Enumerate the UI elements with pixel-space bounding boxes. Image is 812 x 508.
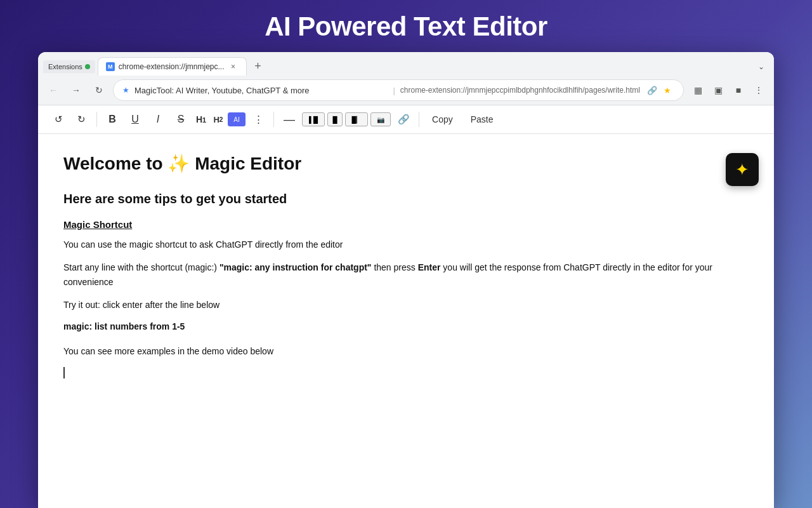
page-title: AI Powered Text Editor bbox=[0, 11, 812, 42]
toolbar-separator-2 bbox=[273, 112, 274, 127]
tab-favicon: M bbox=[106, 62, 115, 71]
magic-command: magic: list numbers from 1-5 bbox=[63, 321, 749, 331]
profile-icon[interactable]: ■ bbox=[730, 81, 747, 99]
italic-button[interactable]: I bbox=[148, 109, 168, 130]
back-button[interactable]: ← bbox=[44, 81, 62, 99]
para-2-enter: Enter bbox=[418, 262, 441, 272]
browser-window: Extensions M chrome-extension://jmnmjepc… bbox=[38, 52, 774, 508]
redo-button[interactable]: ↻ bbox=[71, 109, 91, 130]
menu-icon[interactable]: ⋮ bbox=[750, 81, 768, 99]
share-icon[interactable]: 🔗 bbox=[645, 83, 659, 97]
center-block-icon[interactable]: █ bbox=[327, 112, 343, 126]
para-1: You can use the magic shortcut to ask Ch… bbox=[63, 237, 749, 251]
address-main-text: MagicTool: AI Writer, Youtube, ChatGPT &… bbox=[134, 86, 388, 95]
underline-button[interactable]: U bbox=[125, 109, 145, 130]
address-path-text: chrome-extension://jmnmjepccpimlbdphgnhf… bbox=[400, 86, 640, 95]
toolbar-separator-3 bbox=[419, 112, 419, 127]
editor-toolbar: ↺ ↻ B U I S H1 H2 AI ⋮ — ▌█ █ █▏ 📷 🔗 Cop… bbox=[38, 105, 774, 134]
lock-icon: ★ bbox=[122, 86, 129, 95]
para-2-suffix: then press bbox=[372, 262, 418, 272]
h2-button[interactable]: H2 bbox=[211, 109, 225, 130]
extensions-tab: Extensions bbox=[43, 60, 95, 73]
browser-tab-active[interactable]: M chrome-extension://jmnmjepc... × bbox=[98, 57, 247, 76]
ai-icon-box[interactable]: AI bbox=[228, 112, 246, 126]
address-actions: 🔗 ★ bbox=[645, 83, 674, 97]
reload-button[interactable]: ↻ bbox=[90, 81, 108, 99]
extensions-icon[interactable]: ▦ bbox=[689, 81, 707, 99]
para-2-bold: "magic: any instruction for chatgpt" bbox=[219, 262, 372, 272]
bookmark-icon[interactable]: ★ bbox=[660, 83, 674, 97]
magic-fab-icon: ✦ bbox=[735, 160, 749, 180]
tab-dropdown-button[interactable]: ⌄ bbox=[754, 59, 769, 74]
para-4: You can see more examples in the demo vi… bbox=[63, 344, 749, 358]
magic-fab-button[interactable]: ✦ bbox=[726, 153, 759, 186]
address-bar[interactable]: ★ MagicTool: AI Writer, Youtube, ChatGPT… bbox=[113, 79, 684, 101]
editor-title: Welcome to ✨ Magic Editor bbox=[63, 153, 749, 174]
section-title: Magic Shortcut bbox=[63, 219, 749, 230]
para-2: Start any line with the shortcut (magic:… bbox=[63, 260, 749, 289]
extensions-dot bbox=[85, 64, 90, 69]
cursor-line bbox=[63, 367, 749, 378]
paste-button[interactable]: Paste bbox=[463, 112, 501, 127]
forward-button[interactable]: → bbox=[67, 81, 85, 99]
undo-button[interactable]: ↺ bbox=[48, 109, 69, 130]
left-block-icon[interactable]: ▌█ bbox=[302, 112, 325, 126]
bold-button[interactable]: B bbox=[102, 109, 122, 130]
cursor-blink bbox=[63, 367, 65, 378]
cast-icon[interactable]: ▣ bbox=[709, 81, 727, 99]
more-button[interactable]: ⋮ bbox=[248, 109, 268, 130]
copy-button[interactable]: Copy bbox=[424, 112, 461, 127]
tab-title: chrome-extension://jmnmjepc... bbox=[119, 62, 225, 71]
para-3: Try it out: click enter after the line b… bbox=[63, 298, 749, 312]
dash-button[interactable]: — bbox=[279, 109, 299, 130]
address-separator: | bbox=[393, 86, 395, 95]
browser-controls: ← → ↻ ★ MagicTool: AI Writer, Youtube, C… bbox=[38, 76, 774, 105]
strikethrough-button[interactable]: S bbox=[171, 109, 191, 130]
right-block-icon[interactable]: █▏ bbox=[345, 112, 368, 126]
link-button[interactable]: 🔗 bbox=[393, 109, 414, 130]
browser-chrome: Extensions M chrome-extension://jmnmjepc… bbox=[38, 52, 774, 105]
browser-tabs: Extensions M chrome-extension://jmnmjepc… bbox=[38, 52, 774, 76]
para-2-prefix: Start any line with the shortcut (magic:… bbox=[63, 262, 219, 272]
toolbar-separator-1 bbox=[96, 112, 97, 127]
h1-button[interactable]: H1 bbox=[193, 109, 209, 130]
page-title-bar: AI Powered Text Editor bbox=[0, 0, 812, 52]
browser-right-controls: ▦ ▣ ■ ⋮ bbox=[689, 81, 768, 99]
image-icon[interactable]: 📷 bbox=[370, 112, 391, 126]
tab-close-button[interactable]: × bbox=[228, 62, 239, 72]
new-tab-button[interactable]: + bbox=[249, 58, 267, 76]
editor-content[interactable]: Welcome to ✨ Magic Editor Here are some … bbox=[38, 134, 774, 508]
editor-subtitle: Here are some tips to get you started bbox=[63, 192, 749, 206]
